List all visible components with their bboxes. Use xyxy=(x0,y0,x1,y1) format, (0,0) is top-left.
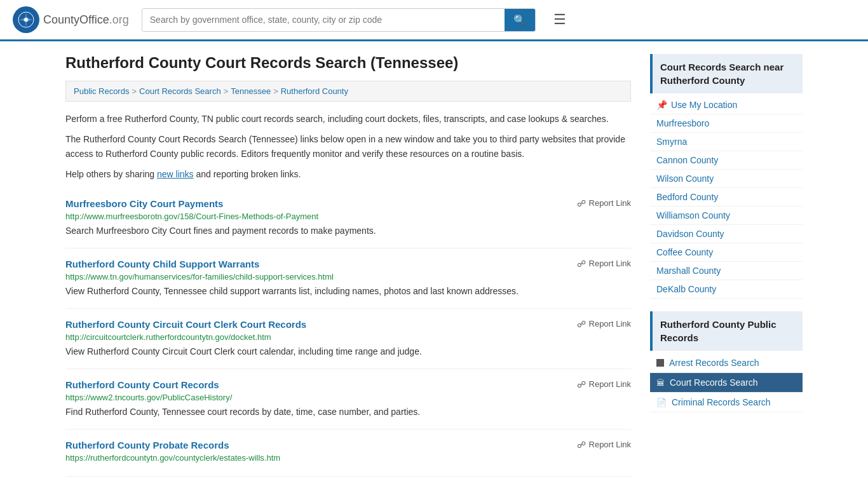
record-item: Rutherford County Probate Records ☍ Repo… xyxy=(65,430,631,477)
public-records-link[interactable]: Criminal Records Search xyxy=(672,397,771,407)
record-title[interactable]: Rutherford County Court Records xyxy=(65,379,219,390)
location-icon: 📌 xyxy=(656,100,667,110)
record-url[interactable]: http://www.murfreesborotn.gov/158/Court-… xyxy=(65,212,631,221)
nearby-link[interactable]: Marshall County xyxy=(656,266,721,276)
record-item: Murfreesboro City Court Payments ☍ Repor… xyxy=(65,188,631,248)
nearby-sidebar-item[interactable]: Williamson County xyxy=(650,207,803,225)
nearby-items: MurfreesboroSmyrnaCannon CountyWilson Co… xyxy=(650,114,803,299)
nearby-link[interactable]: Coffee County xyxy=(656,247,713,257)
public-records-link[interactable]: Arrest Records Search xyxy=(669,358,759,368)
record-url[interactable]: https://www.tn.gov/humanservices/for-fam… xyxy=(65,272,631,281)
breadcrumb-sep-1: > xyxy=(132,86,137,96)
page-title: Rutherford County Court Records Search (… xyxy=(65,54,631,72)
public-records-link[interactable]: Court Records Search xyxy=(670,377,758,388)
breadcrumb: Public Records > Court Records Search > … xyxy=(65,81,631,102)
breadcrumb-sep-2: > xyxy=(224,86,229,96)
record-header: Murfreesboro City Court Payments ☍ Repor… xyxy=(65,198,631,212)
square-icon xyxy=(656,359,664,367)
search-input[interactable] xyxy=(142,9,505,31)
nearby-section-title: Court Records Search near Rutherford Cou… xyxy=(650,54,803,93)
record-description: Search Murfreesboro City Court fines and… xyxy=(65,224,631,238)
public-records-sidebar-item[interactable]: Arrest Records Search xyxy=(650,353,803,373)
report-icon: ☍ xyxy=(577,379,586,390)
report-icon: ☍ xyxy=(577,319,586,329)
record-title[interactable]: Murfreesboro City Court Payments xyxy=(65,198,223,209)
record-description: View Rutherford County Circuit Court Cle… xyxy=(65,345,631,358)
public-records-section-title: Rutherford County Public Records xyxy=(650,311,803,351)
report-link[interactable]: ☍ Report Link xyxy=(577,259,631,269)
description-2: The Rutherford County Court Records Sear… xyxy=(65,132,631,161)
sidebar: Court Records Search near Rutherford Cou… xyxy=(650,54,803,477)
nearby-link[interactable]: Smyrna xyxy=(656,137,687,147)
breadcrumb-sep-3: > xyxy=(273,86,278,96)
record-title[interactable]: Rutherford County Child Support Warrants xyxy=(65,259,259,269)
nearby-section: Court Records Search near Rutherford Cou… xyxy=(650,54,803,299)
report-link-label: Report Link xyxy=(589,440,631,449)
nearby-sidebar-item[interactable]: Marshall County xyxy=(650,262,803,280)
records-list: Murfreesboro City Court Payments ☍ Repor… xyxy=(65,188,631,477)
public-records-sidebar-item[interactable]: 📄Criminal Records Search xyxy=(650,393,803,412)
nearby-link[interactable]: Williamson County xyxy=(656,210,730,220)
record-item: Rutherford County Court Records ☍ Report… xyxy=(65,369,631,430)
report-icon: ☍ xyxy=(577,259,586,269)
report-link-label: Report Link xyxy=(589,198,631,208)
record-header: Rutherford County Court Records ☍ Report… xyxy=(65,379,631,393)
search-bar: 🔍 xyxy=(142,8,536,32)
public-records-items: Arrest Records Search🏛Court Records Sear… xyxy=(650,353,803,412)
nearby-link[interactable]: DeKalb County xyxy=(656,284,716,294)
record-header: Rutherford County Circuit Court Clerk Co… xyxy=(65,319,631,332)
main-content: Rutherford County Court Records Search (… xyxy=(65,54,631,477)
description-1: Perform a free Rutherford County, TN pub… xyxy=(65,112,631,126)
use-my-location-item[interactable]: 📌 Use My Location xyxy=(650,96,803,114)
breadcrumb-rutherford-county[interactable]: Rutherford County xyxy=(281,86,348,96)
breadcrumb-tennessee[interactable]: Tennessee xyxy=(231,86,271,96)
report-icon: ☍ xyxy=(577,198,586,208)
nearby-link[interactable]: Davidson County xyxy=(656,229,724,239)
use-my-location-link[interactable]: Use My Location xyxy=(671,100,737,110)
new-links-link[interactable]: new links xyxy=(157,169,194,179)
building-icon: 🏛 xyxy=(656,378,665,388)
report-link-label: Report Link xyxy=(589,259,631,268)
breadcrumb-court-records-search[interactable]: Court Records Search xyxy=(139,86,221,96)
report-icon: ☍ xyxy=(577,440,586,450)
record-description: View Rutherford County, Tennessee child … xyxy=(65,285,631,298)
report-link[interactable]: ☍ Report Link xyxy=(577,440,631,450)
public-records-section: Rutherford County Public Records Arrest … xyxy=(650,311,803,412)
nearby-link[interactable]: Wilson County xyxy=(656,173,714,184)
nearby-sidebar-item[interactable]: DeKalb County xyxy=(650,280,803,299)
record-url[interactable]: https://rutherfordcountytn.gov/countycle… xyxy=(65,453,631,463)
record-item: Rutherford County Circuit Court Clerk Co… xyxy=(65,309,631,369)
breadcrumb-public-records[interactable]: Public Records xyxy=(74,86,129,96)
nearby-sidebar-item[interactable]: Davidson County xyxy=(650,225,803,243)
record-header: Rutherford County Probate Records ☍ Repo… xyxy=(65,440,631,453)
record-title[interactable]: Rutherford County Circuit Court Clerk Co… xyxy=(65,319,306,330)
record-item: Rutherford County Child Support Warrants… xyxy=(65,248,631,309)
nearby-sidebar-item[interactable]: Wilson County xyxy=(650,170,803,188)
logo-text: CountyOffice.org xyxy=(43,13,129,27)
nearby-link[interactable]: Cannon County xyxy=(656,155,718,165)
nearby-link[interactable]: Murfreesboro xyxy=(656,118,709,128)
search-button[interactable]: 🔍 xyxy=(505,9,535,31)
report-link[interactable]: ☍ Report Link xyxy=(577,379,631,390)
nearby-sidebar-item[interactable]: Coffee County xyxy=(650,243,803,262)
nearby-sidebar-item[interactable]: Murfreesboro xyxy=(650,114,803,133)
record-url[interactable]: http://circuitcourtclerk.rutherfordcount… xyxy=(65,332,631,342)
public-records-sidebar-item[interactable]: 🏛Court Records Search xyxy=(650,373,803,393)
logo-icon xyxy=(13,6,39,33)
nearby-sidebar-item[interactable]: Bedford County xyxy=(650,188,803,207)
logo[interactable]: CountyOffice.org xyxy=(13,6,129,33)
report-link-label: Report Link xyxy=(589,379,631,389)
nearby-sidebar-item[interactable]: Cannon County xyxy=(650,151,803,170)
record-description: Find Rutherford County, Tennessee court … xyxy=(65,405,631,419)
nearby-sidebar-item[interactable]: Smyrna xyxy=(650,133,803,151)
description-3: Help others by sharing new links and rep… xyxy=(65,167,631,181)
record-header: Rutherford County Child Support Warrants… xyxy=(65,259,631,272)
record-url[interactable]: https://www2.tncourts.gov/PublicCaseHist… xyxy=(65,393,631,402)
records-icon: 📄 xyxy=(656,398,667,407)
record-title[interactable]: Rutherford County Probate Records xyxy=(65,440,229,451)
report-link-label: Report Link xyxy=(589,319,631,329)
nearby-link[interactable]: Bedford County xyxy=(656,192,718,202)
report-link[interactable]: ☍ Report Link xyxy=(577,198,631,208)
report-link[interactable]: ☍ Report Link xyxy=(577,319,631,329)
menu-button[interactable]: ☰ xyxy=(548,9,571,30)
